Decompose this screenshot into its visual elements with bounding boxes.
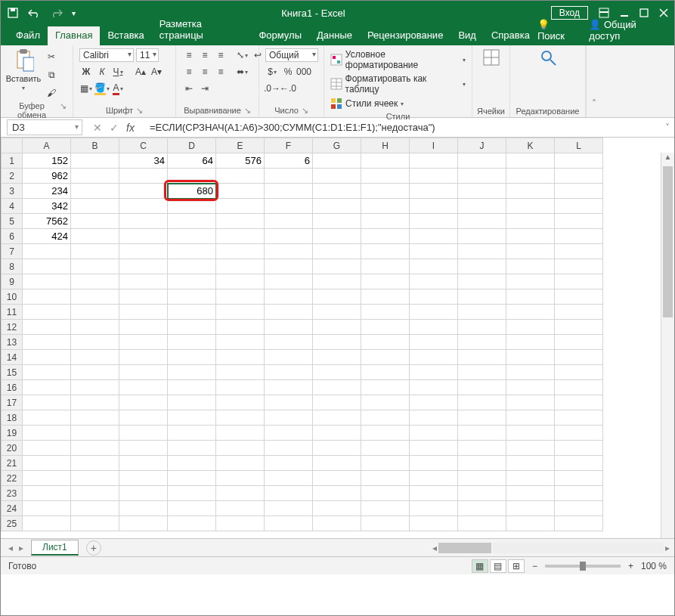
hscroll-right-icon[interactable]: ▸	[665, 543, 670, 553]
cell-H10[interactable]	[361, 289, 410, 305]
increase-font-icon[interactable]: A▴	[134, 65, 147, 79]
select-all-corner[interactable]	[2, 138, 23, 153]
cell-C21[interactable]	[119, 456, 168, 471]
cell-E1[interactable]: 576	[216, 153, 265, 169]
cell-E10[interactable]	[216, 289, 265, 305]
cell-F14[interactable]	[265, 350, 313, 365]
cell-C22[interactable]	[119, 471, 168, 486]
cell-I5[interactable]	[410, 214, 458, 229]
cell-F5[interactable]	[265, 214, 313, 229]
cell-D18[interactable]	[168, 410, 216, 426]
cell-E16[interactable]	[216, 380, 265, 395]
cell-J5[interactable]	[458, 214, 506, 229]
cell-D4[interactable]	[168, 199, 216, 214]
cell-H5[interactable]	[361, 214, 410, 229]
row-header-13[interactable]: 13	[2, 335, 23, 350]
row-header-18[interactable]: 18	[2, 410, 23, 426]
cell-F23[interactable]	[265, 486, 313, 501]
cell-H17[interactable]	[361, 395, 410, 410]
cell-B19[interactable]	[71, 426, 119, 441]
cell-K22[interactable]	[506, 471, 555, 486]
cell-D7[interactable]	[168, 244, 216, 259]
cell-G8[interactable]	[313, 259, 361, 274]
cell-K23[interactable]	[506, 486, 555, 501]
cell-L2[interactable]	[555, 169, 603, 184]
cell-B16[interactable]	[71, 380, 119, 395]
cell-E21[interactable]	[216, 456, 265, 471]
collapse-ribbon-icon[interactable]: ˄	[586, 45, 601, 117]
cell-A23[interactable]	[23, 486, 71, 501]
cell-A2[interactable]: 962	[23, 169, 71, 184]
cell-A14[interactable]	[23, 350, 71, 365]
row-header-4[interactable]: 4	[2, 199, 23, 214]
zoom-level[interactable]: 100 %	[641, 561, 667, 571]
cell-J20[interactable]	[458, 441, 506, 456]
editing-button[interactable]	[531, 48, 565, 67]
ribbon-options-icon[interactable]	[599, 8, 609, 18]
cell-L7[interactable]	[555, 244, 603, 259]
cell-D13[interactable]	[168, 335, 216, 350]
cell-A5[interactable]: 7562	[23, 214, 71, 229]
cell-A21[interactable]	[23, 456, 71, 471]
cell-H23[interactable]	[361, 486, 410, 501]
cell-C14[interactable]	[119, 350, 168, 365]
cell-L6[interactable]	[555, 229, 603, 244]
cell-K13[interactable]	[506, 335, 555, 350]
cell-E2[interactable]	[216, 169, 265, 184]
italic-button[interactable]: К	[95, 65, 109, 79]
cell-E18[interactable]	[216, 410, 265, 426]
cell-L25[interactable]	[555, 516, 603, 531]
decrease-font-icon[interactable]: A▾	[150, 65, 163, 79]
cell-F19[interactable]	[265, 426, 313, 441]
number-dialog-launcher[interactable]: ↘	[302, 106, 308, 116]
cell-D8[interactable]	[168, 259, 216, 274]
row-header-8[interactable]: 8	[2, 259, 23, 274]
cell-H12[interactable]	[361, 320, 410, 335]
cell-D2[interactable]	[168, 169, 216, 184]
cell-E9[interactable]	[216, 274, 265, 289]
cell-A19[interactable]	[23, 426, 71, 441]
cell-A4[interactable]: 342	[23, 199, 71, 214]
cell-I22[interactable]	[410, 471, 458, 486]
row-header-14[interactable]: 14	[2, 350, 23, 365]
cell-K17[interactable]	[506, 395, 555, 410]
cell-J18[interactable]	[458, 410, 506, 426]
cell-A17[interactable]	[23, 395, 71, 410]
cell-A1[interactable]: 152	[23, 153, 71, 169]
cell-B5[interactable]	[71, 214, 119, 229]
cell-H21[interactable]	[361, 456, 410, 471]
align-bottom-icon[interactable]: ≡	[214, 48, 228, 62]
cell-B13[interactable]	[71, 335, 119, 350]
cell-A12[interactable]	[23, 320, 71, 335]
cell-H13[interactable]	[361, 335, 410, 350]
cell-K16[interactable]	[506, 380, 555, 395]
cell-K15[interactable]	[506, 365, 555, 380]
cell-C6[interactable]	[119, 229, 168, 244]
col-header-A[interactable]: A	[23, 138, 71, 153]
cell-B4[interactable]	[71, 199, 119, 214]
cell-B18[interactable]	[71, 410, 119, 426]
signin-button[interactable]: Вход	[551, 6, 588, 20]
cell-D15[interactable]	[168, 365, 216, 380]
cell-F7[interactable]	[265, 244, 313, 259]
cell-H15[interactable]	[361, 365, 410, 380]
align-center-icon[interactable]: ≡	[198, 65, 212, 79]
cell-B2[interactable]	[71, 169, 119, 184]
paste-button[interactable]: Вставить ▾	[7, 48, 40, 91]
cell-J21[interactable]	[458, 456, 506, 471]
align-middle-icon[interactable]: ≡	[198, 48, 212, 62]
cell-K7[interactable]	[506, 244, 555, 259]
cell-E6[interactable]	[216, 229, 265, 244]
clipboard-dialog-launcher[interactable]: ↘	[60, 101, 67, 119]
cell-B25[interactable]	[71, 516, 119, 531]
cell-C15[interactable]	[119, 365, 168, 380]
cell-J4[interactable]	[458, 199, 506, 214]
cell-C12[interactable]	[119, 320, 168, 335]
cell-B8[interactable]	[71, 259, 119, 274]
tab-help[interactable]: Справка	[484, 26, 537, 45]
cell-D12[interactable]	[168, 320, 216, 335]
row-header-3[interactable]: 3	[2, 184, 23, 199]
horizontal-scrollbar[interactable]	[438, 543, 491, 553]
row-header-23[interactable]: 23	[2, 486, 23, 501]
tab-scroll-left-icon[interactable]: ◂	[8, 543, 13, 553]
